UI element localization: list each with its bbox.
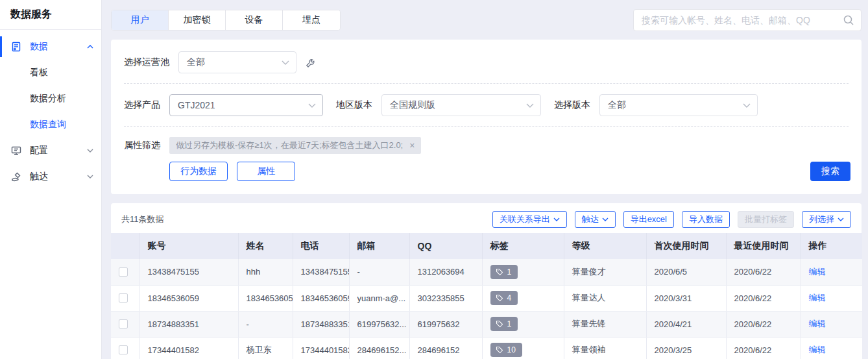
search-input[interactable] — [633, 9, 862, 31]
row-checkbox[interactable] — [119, 267, 128, 277]
cell-first-use: 2020/3/25 — [646, 337, 726, 359]
cell-tags: 4 — [482, 285, 564, 311]
cell-qq: 1312063694 — [409, 259, 482, 285]
sidebar-item-data-analysis[interactable]: 数据分析 — [0, 86, 101, 112]
table-row: 13438475155 hhh 13438475155 - 1312063694… — [111, 259, 862, 285]
cell-level: 算量俊才 — [564, 259, 646, 285]
results-panel: 共11条数据 关联关系导出 触达 导出excel 导入数据 批量打标签 — [111, 203, 862, 359]
tab-device[interactable]: 设备 — [226, 10, 283, 30]
header-tags: 标签 — [482, 233, 564, 259]
sidebar-item-label: 数据分析 — [30, 93, 66, 105]
import-data-button[interactable]: 导入数据 — [682, 211, 730, 228]
filter-row-product: 选择产品 GTJ2021 地区版本 全国规则版 选择版本 全部 — [124, 94, 849, 116]
sidebar: 数据服务 数据 看板 数据分析 数据查询 — [0, 0, 102, 359]
tab-user[interactable]: 用户 — [112, 10, 169, 30]
edit-link[interactable]: 编辑 — [809, 345, 826, 354]
cell-tags: 1 — [482, 259, 564, 285]
edit-link[interactable]: 编辑 — [809, 293, 826, 303]
chevron-down-icon — [602, 217, 609, 221]
cell-phone: 17344401582 — [293, 337, 349, 359]
product-select[interactable]: GTJ2021 — [169, 94, 323, 116]
button-label: 批量打标签 — [745, 214, 787, 225]
search-button[interactable]: 搜索 — [810, 162, 850, 181]
search-icon[interactable] — [842, 14, 855, 29]
chevron-down-icon — [526, 103, 534, 108]
relation-export-button[interactable]: 关联关系导出 — [492, 211, 567, 228]
reach-button[interactable]: 触达 — [575, 211, 616, 228]
batch-tag-button: 批量打标签 — [738, 211, 794, 228]
cell-level: 算量先锋 — [564, 311, 646, 337]
tab-label: 埋点 — [302, 14, 320, 26]
sidebar-item-label: 数据查询 — [30, 119, 66, 130]
sidebar-menu: 数据 看板 数据分析 数据查询 配置 — [0, 30, 101, 190]
tag-count-badge[interactable]: 1 — [490, 317, 518, 331]
behavior-data-button[interactable]: 行为数据 — [169, 162, 228, 181]
cell-account: 18734883351 — [139, 311, 238, 337]
row-checkbox[interactable] — [119, 319, 128, 328]
checkbox-cell — [111, 259, 139, 285]
cell-email: - — [349, 259, 409, 285]
edit-link[interactable]: 编辑 — [809, 267, 826, 277]
close-icon[interactable]: × — [409, 140, 415, 151]
column-select-button[interactable]: 列选择 — [802, 211, 851, 228]
header-first-use: 首次使用时间 — [646, 233, 726, 259]
attr-filter-chip: 做过另存为模板-保存≥1次，在最近7天;标签包含土建入口2.0; × — [169, 137, 421, 154]
sidebar-item-data-query[interactable]: 数据查询 — [0, 112, 101, 138]
dashed-divider — [124, 83, 849, 84]
region-select-value: 全国规则版 — [390, 99, 435, 111]
region-label: 地区版本 — [336, 99, 372, 111]
row-checkbox[interactable] — [119, 345, 128, 354]
reach-hand-icon — [10, 170, 23, 183]
checkbox-cell — [111, 285, 139, 311]
filter-panel: 选择运营池 全部 选择产品 GTJ2021 地区版本 — [111, 40, 862, 194]
region-select[interactable]: 全国规则版 — [381, 94, 541, 116]
button-label: 导入数据 — [689, 214, 723, 225]
sidebar-item-data[interactable]: 数据 — [0, 34, 101, 60]
tag-count-badge[interactable]: 1 — [490, 265, 518, 279]
sidebar-item-config[interactable]: 配置 — [0, 138, 101, 164]
pool-settings-wrench-icon[interactable] — [304, 56, 317, 69]
version-select[interactable]: 全部 — [599, 94, 758, 116]
tab-label: 设备 — [245, 14, 263, 26]
row-checkbox[interactable] — [119, 293, 128, 303]
cell-qq: 284696152 — [409, 337, 482, 359]
tab-label: 加密锁 — [184, 14, 211, 26]
tab-dongle[interactable]: 加密锁 — [169, 10, 226, 30]
product-label: 选择产品 — [124, 99, 160, 111]
sidebar-item-reach[interactable]: 触达 — [0, 164, 101, 190]
tab-tracking[interactable]: 埋点 — [283, 10, 340, 30]
sidebar-item-label: 看板 — [30, 67, 48, 79]
button-label: 导出excel — [631, 214, 667, 225]
filter-buttons: 行为数据 属性 — [169, 162, 849, 181]
result-count: 共11条数据 — [121, 214, 164, 225]
data-icon — [10, 40, 23, 53]
version-select-value: 全部 — [608, 99, 626, 111]
export-excel-button[interactable]: 导出excel — [623, 211, 674, 228]
cell-actions: 编辑 — [801, 285, 862, 311]
cell-account: 18346536059 — [139, 285, 238, 311]
button-label: 列选择 — [809, 214, 834, 225]
cell-tags: 10 — [482, 337, 564, 359]
attribute-button[interactable]: 属性 — [237, 162, 295, 181]
tag-count: 10 — [507, 345, 516, 354]
filter-row-pool: 选择运营池 全部 — [124, 51, 849, 73]
cell-actions: 编辑 — [801, 259, 862, 285]
tag-count: 4 — [507, 293, 512, 303]
cell-name: hhh — [238, 259, 293, 285]
table-row: 18734883351 - 18734883351 619975632... 6… — [111, 311, 862, 337]
edit-link[interactable]: 编辑 — [809, 319, 826, 328]
user-table: 账号 姓名 电话 邮箱 QQ 标签 等级 首次使用时间 最近使用时间 操作 — [111, 233, 862, 359]
chevron-down-icon — [838, 217, 844, 221]
pool-select[interactable]: 全部 — [178, 51, 296, 73]
sidebar-item-kanban[interactable]: 看板 — [0, 60, 101, 86]
tag-count-badge[interactable]: 10 — [490, 343, 522, 357]
global-search — [633, 9, 862, 31]
tag-icon — [496, 294, 503, 302]
sidebar-item-label: 配置 — [30, 145, 48, 156]
tag-count-badge[interactable]: 4 — [490, 291, 518, 305]
chevron-down-icon — [87, 149, 93, 153]
table-header-row: 账号 姓名 电话 邮箱 QQ 标签 等级 首次使用时间 最近使用时间 操作 — [111, 233, 862, 259]
monitor-icon — [10, 144, 23, 157]
tag-count: 1 — [507, 319, 512, 328]
cell-account: 17344401582 — [139, 337, 238, 359]
